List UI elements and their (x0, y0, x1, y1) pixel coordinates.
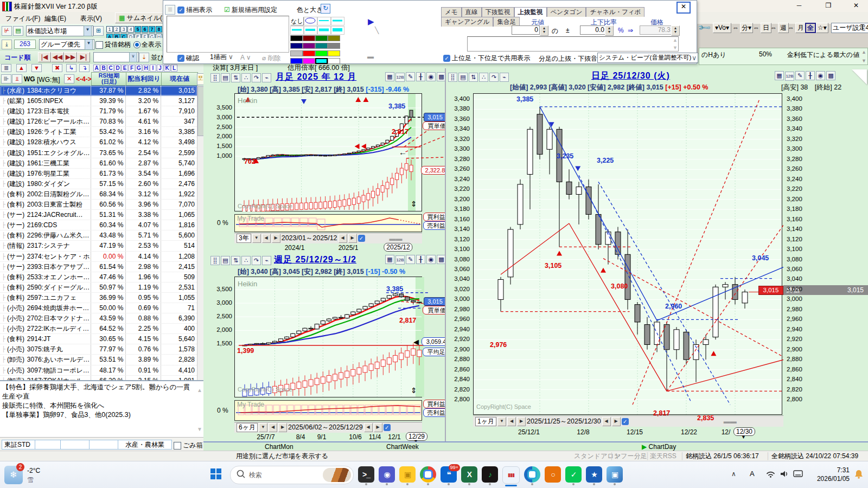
palette-color[interactable] (303, 35, 315, 41)
overlay-tab-ペンタゴン[interactable]: ペンタゴン (547, 7, 586, 17)
weekly-next2-icon[interactable]: ▶ (374, 423, 382, 432)
price-spinner[interactable]: ▴▾ (671, 25, 680, 36)
stock-row-2702[interactable]: ├(小売)2702:日本マクドナ…43.59 %0.88 %6,390 (0, 313, 197, 324)
chart-tool-icon[interactable]: ╂ (416, 72, 425, 81)
monthly-span-select[interactable]: 3年 (237, 234, 251, 243)
stock-row-1384[interactable]: ├(水産)1384:ホクリヨウ37.87 %2.82 %3,015 (0, 86, 197, 96)
letter-filter-L[interactable]: L (171, 65, 177, 72)
wrench-icon[interactable]: 🔧 (697, 21, 712, 36)
chart-tool-icon[interactable]: ◉ (426, 255, 436, 264)
stock-row-1976[interactable]: ├(建設)1976:明星工業61.73 %3.54 %1,696 (0, 169, 197, 179)
line-style-5[interactable] (317, 26, 331, 35)
monthly-scroll-handle[interactable]: ▬▬ (390, 235, 403, 242)
palette-color[interactable] (315, 35, 328, 41)
sortup-icon[interactable]: ▲ (16, 64, 27, 72)
stock-row-2722[interactable]: ├(小売)2722:IKホールディ…64.52 %2.25 %400 (0, 324, 197, 334)
line-style-4[interactable] (304, 26, 317, 35)
palette-color[interactable] (328, 58, 340, 64)
page-button-5[interactable]: 5 (135, 26, 141, 33)
stock-row-2317[interactable]: ├(情報)2317:システナ47.19 %2.53 %514 (0, 241, 197, 251)
taskbar-spotify-icon[interactable]: ♪ (482, 466, 498, 483)
new-drawing-button[interactable]: ☑ 新規描画用設定 (224, 5, 277, 15)
line-style-3[interactable] (290, 26, 304, 35)
num2-icon[interactable]: ↴ (79, 64, 90, 72)
span-dropdown-icon[interactable]: ▼ (252, 234, 261, 243)
stock-row-2694[interactable]: ├(小売)2694:焼肉坂井ホー…50.00 %0.69 %71 (0, 303, 197, 313)
chart-tool-icon[interactable]: ↷ (489, 73, 499, 82)
start-button[interactable] (209, 467, 224, 482)
chart-tool-icon[interactable]: ▤ (221, 256, 230, 265)
chart-tool-icon[interactable]: ⌁ (500, 73, 509, 82)
daily-chart-canvas[interactable] (473, 93, 783, 415)
chart-tool-icon[interactable]: 12B (785, 72, 794, 81)
dash-icon[interactable]: ▬ (367, 53, 374, 60)
pin-cancel-icon[interactable]: ⊬ (2, 26, 12, 36)
clock-widget[interactable]: 7:31 2026/01/05 (812, 466, 850, 483)
taskbar-stock-manager-icon[interactable]: ★ (586, 466, 602, 483)
taskbar-photos-icon[interactable]: ▣ (607, 466, 623, 483)
stock-row-2374[interactable]: ├(サー)2374:セントケア・ホ…0.00 %4.14 %1,208 (0, 252, 197, 262)
overlay-tab-下抜監視[interactable]: 下抜監視 (482, 7, 514, 17)
nav-next-button[interactable]: ▶▶ (64, 52, 77, 62)
chartday-label[interactable]: ▶ ChartDay (642, 443, 676, 451)
line-style-1[interactable] (317, 17, 331, 25)
col-header-rsi[interactable]: RSI短期(日足) (91, 72, 127, 86)
grid-icon[interactable]: ⊞ (93, 26, 104, 36)
ellipse-style-button[interactable] (304, 17, 317, 25)
notification-bell-icon[interactable] (854, 469, 864, 480)
weekly-prev2-icon[interactable]: ◀ (364, 423, 373, 432)
daily-next-icon[interactable]: ▶ (517, 417, 526, 426)
col-header-yield[interactable]: 配当利回り (126, 72, 162, 86)
close-button[interactable]: ✕ (844, 0, 868, 12)
page-button-3[interactable]: 3 (120, 26, 127, 33)
info-scroll-up-icon[interactable]: ▲ (197, 386, 202, 395)
page-button-8[interactable]: 8 (156, 26, 162, 33)
letter-filter-E[interactable]: E (122, 65, 128, 72)
chart-tool-icon[interactable]: 12B (395, 255, 405, 265)
touch-keyboard-icon[interactable] (793, 470, 803, 479)
ratio-input[interactable]: 0.0 (580, 25, 606, 35)
draw-count-select[interactable]: 1描画 ∨ (210, 53, 242, 62)
sortdn-icon[interactable]: ▼ (31, 64, 42, 72)
drawing-list-area[interactable] (167, 16, 289, 53)
star-button[interactable]: ☆▾ (816, 23, 828, 33)
motone-input[interactable]: 0 (512, 25, 540, 35)
filter-icon[interactable]: ⊪ (1, 74, 11, 84)
week-button[interactable]: 週 (778, 23, 789, 33)
daily-prev-icon[interactable]: ◀ (507, 417, 516, 426)
chart-tool-icon[interactable]: ◉ (816, 71, 825, 80)
weekly-span-select[interactable]: 6ヶ月 (237, 423, 258, 432)
nav-prev-button[interactable]: ◀◀ (51, 52, 64, 62)
corner-fold[interactable] (852, 69, 867, 85)
weekly-next-icon[interactable]: ▶ (278, 423, 287, 432)
minute-button[interactable]: 分▾ (740, 23, 753, 33)
stock-row-1951[interactable]: ├(建設)1951:エクシオグル…73.65 %2.54 %2,599 (0, 148, 197, 158)
overlay-tab-ギャンアングル[interactable]: ギャンアングル (441, 17, 493, 27)
daily-prev2-icon[interactable]: ◀ (602, 417, 611, 426)
list-icon[interactable]: ≣ (165, 5, 175, 15)
menu-view[interactable]: 表示(V) (80, 14, 102, 23)
chart-tool-icon[interactable]: ✎ (406, 255, 415, 264)
all-button[interactable]: 全 (805, 23, 816, 33)
chart-tool-icon[interactable]: ╂ (806, 71, 815, 80)
memo-scroll-down-icon[interactable]: ▼ (861, 58, 866, 63)
chart-tool-icon[interactable]: ▤ (221, 73, 230, 82)
palette-color[interactable] (315, 43, 328, 49)
letter-filter-G[interactable]: G (136, 65, 142, 72)
stock-row-3167[interactable]: ├(卸売)3167:TOKAIホール…66.20 %3.15 %1,081 (0, 376, 197, 380)
stock-row-2533[interactable]: ├(食料)2533:オエノンホー…47.46 %1.96 %509 (0, 272, 197, 282)
letter-filter-I[interactable]: I (150, 65, 156, 72)
stock-row-2393[interactable]: ├(サー)2393:日本ケアサプ…61.54 %2.98 %2,415 (0, 262, 197, 272)
palette-color[interactable] (315, 50, 328, 56)
stock-row-2590[interactable]: ├(食料)2590:ダイドーグル…50.97 %1.19 %2,531 (0, 282, 197, 293)
stock-row-2597[interactable]: ├(食料)2597:ユニカフェ36.99 %0.95 %1,055 (0, 293, 197, 303)
menu-file[interactable]: ファイル(F) (5, 14, 40, 23)
chartweek-label[interactable]: ChartWeek (386, 443, 419, 451)
jump-select[interactable]: ∨ (93, 52, 139, 62)
chart-tool-icon[interactable]: ▦ (775, 71, 784, 80)
chart-tool-icon[interactable]: ✎ (795, 71, 805, 80)
chart-tool-icon[interactable]: ⣿ (210, 256, 220, 265)
daily-span-select[interactable]: 1ヶ月 (475, 417, 496, 426)
weekly-lock-check[interactable]: ✓ (384, 424, 391, 431)
taskbar-excel-icon[interactable]: X (461, 466, 477, 483)
